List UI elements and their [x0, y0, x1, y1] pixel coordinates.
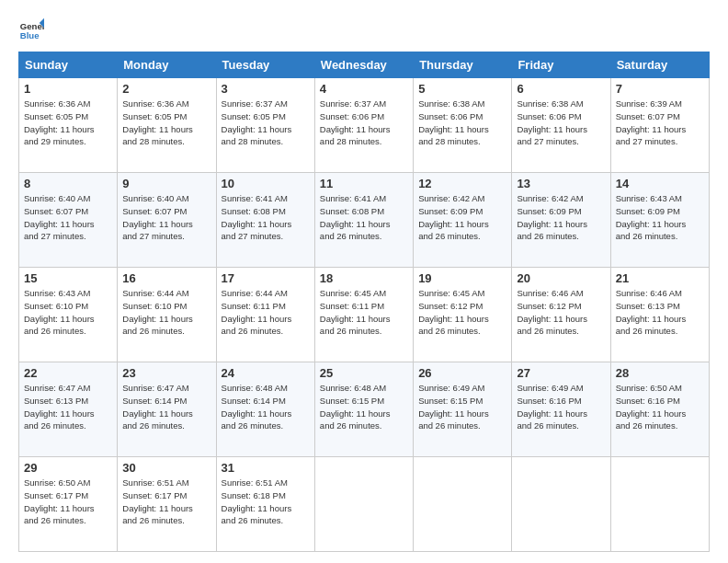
calendar-cell: [414, 457, 512, 552]
day-number: 3: [222, 82, 310, 96]
calendar-cell: 20Sunrise: 6:46 AM Sunset: 6:12 PM Dayli…: [512, 268, 610, 362]
day-info: Sunrise: 6:46 AM Sunset: 6:13 PM Dayligh…: [616, 287, 704, 338]
day-info: Sunrise: 6:38 AM Sunset: 6:06 PM Dayligh…: [418, 98, 506, 148]
day-number: 29: [24, 461, 112, 475]
day-number: 23: [122, 366, 210, 380]
day-info: Sunrise: 6:42 AM Sunset: 6:09 PM Dayligh…: [418, 192, 506, 243]
day-number: 19: [418, 271, 506, 285]
calendar-cell: 11Sunrise: 6:41 AM Sunset: 6:08 PM Dayli…: [314, 173, 413, 268]
calendar-cell: 9Sunrise: 6:40 AM Sunset: 6:07 PM Daylig…: [118, 173, 216, 268]
day-info: Sunrise: 6:44 AM Sunset: 6:11 PM Dayligh…: [222, 287, 310, 338]
calendar-cell: 25Sunrise: 6:48 AM Sunset: 6:15 PM Dayli…: [314, 362, 413, 457]
day-number: 12: [418, 177, 506, 190]
calendar-cell: 7Sunrise: 6:39 AM Sunset: 6:07 PM Daylig…: [610, 78, 709, 173]
day-number: 25: [320, 366, 408, 380]
calendar-cell: 26Sunrise: 6:49 AM Sunset: 6:15 PM Dayli…: [414, 362, 512, 457]
day-number: 28: [616, 366, 704, 380]
day-number: 13: [517, 177, 605, 190]
day-number: 11: [320, 177, 408, 190]
col-header-saturday: Saturday: [610, 52, 709, 78]
day-info: Sunrise: 6:43 AM Sunset: 6:09 PM Dayligh…: [616, 192, 704, 243]
calendar-cell: 3Sunrise: 6:37 AM Sunset: 6:05 PM Daylig…: [216, 78, 314, 173]
calendar-cell: 12Sunrise: 6:42 AM Sunset: 6:09 PM Dayli…: [414, 173, 512, 268]
day-number: 27: [517, 366, 605, 380]
day-info: Sunrise: 6:37 AM Sunset: 6:06 PM Dayligh…: [320, 98, 408, 148]
calendar-cell: [610, 457, 709, 552]
day-number: 4: [320, 82, 408, 96]
calendar-table: SundayMondayTuesdayWednesdayThursdayFrid…: [18, 52, 710, 552]
calendar-cell: 15Sunrise: 6:43 AM Sunset: 6:10 PM Dayli…: [19, 268, 118, 362]
day-number: 22: [24, 366, 112, 380]
calendar-cell: 31Sunrise: 6:51 AM Sunset: 6:18 PM Dayli…: [216, 457, 314, 552]
day-info: Sunrise: 6:40 AM Sunset: 6:07 PM Dayligh…: [122, 192, 210, 243]
day-number: 18: [320, 271, 408, 285]
day-info: Sunrise: 6:36 AM Sunset: 6:05 PM Dayligh…: [122, 98, 210, 148]
day-info: Sunrise: 6:42 AM Sunset: 6:09 PM Dayligh…: [517, 192, 605, 243]
day-number: 15: [24, 271, 112, 285]
calendar-cell: 22Sunrise: 6:47 AM Sunset: 6:13 PM Dayli…: [19, 362, 118, 457]
day-info: Sunrise: 6:51 AM Sunset: 6:17 PM Dayligh…: [122, 477, 210, 527]
calendar-cell: 30Sunrise: 6:51 AM Sunset: 6:17 PM Dayli…: [118, 457, 216, 552]
day-number: 20: [517, 271, 605, 285]
col-header-wednesday: Wednesday: [314, 52, 413, 78]
header: General Blue: [18, 17, 710, 42]
day-info: Sunrise: 6:38 AM Sunset: 6:06 PM Dayligh…: [517, 98, 605, 148]
day-number: 26: [418, 366, 506, 380]
day-info: Sunrise: 6:36 AM Sunset: 6:05 PM Dayligh…: [24, 98, 112, 148]
day-number: 10: [222, 177, 310, 190]
day-info: Sunrise: 6:37 AM Sunset: 6:05 PM Dayligh…: [222, 98, 310, 148]
day-info: Sunrise: 6:45 AM Sunset: 6:12 PM Dayligh…: [418, 287, 506, 338]
calendar-cell: 16Sunrise: 6:44 AM Sunset: 6:10 PM Dayli…: [118, 268, 216, 362]
calendar-cell: 21Sunrise: 6:46 AM Sunset: 6:13 PM Dayli…: [610, 268, 709, 362]
day-info: Sunrise: 6:39 AM Sunset: 6:07 PM Dayligh…: [616, 98, 704, 148]
calendar-cell: 17Sunrise: 6:44 AM Sunset: 6:11 PM Dayli…: [216, 268, 314, 362]
day-number: 30: [122, 461, 210, 475]
day-info: Sunrise: 6:51 AM Sunset: 6:18 PM Dayligh…: [222, 477, 310, 527]
calendar-cell: 18Sunrise: 6:45 AM Sunset: 6:11 PM Dayli…: [314, 268, 413, 362]
col-header-sunday: Sunday: [19, 52, 118, 78]
calendar-cell: 27Sunrise: 6:49 AM Sunset: 6:16 PM Dayli…: [512, 362, 610, 457]
day-info: Sunrise: 6:48 AM Sunset: 6:15 PM Dayligh…: [320, 382, 408, 432]
day-number: 31: [222, 461, 310, 475]
day-info: Sunrise: 6:49 AM Sunset: 6:15 PM Dayligh…: [418, 382, 506, 432]
calendar-cell: 23Sunrise: 6:47 AM Sunset: 6:14 PM Dayli…: [118, 362, 216, 457]
day-number: 9: [122, 177, 210, 190]
day-number: 17: [222, 271, 310, 285]
day-info: Sunrise: 6:45 AM Sunset: 6:11 PM Dayligh…: [320, 287, 408, 338]
day-number: 2: [122, 82, 210, 96]
calendar-cell: 5Sunrise: 6:38 AM Sunset: 6:06 PM Daylig…: [414, 78, 512, 173]
day-number: 24: [222, 366, 310, 380]
day-info: Sunrise: 6:49 AM Sunset: 6:16 PM Dayligh…: [517, 382, 605, 432]
day-number: 7: [616, 82, 704, 96]
calendar-cell: 2Sunrise: 6:36 AM Sunset: 6:05 PM Daylig…: [118, 78, 216, 173]
day-info: Sunrise: 6:40 AM Sunset: 6:07 PM Dayligh…: [24, 192, 112, 243]
day-number: 21: [616, 271, 704, 285]
col-header-thursday: Thursday: [414, 52, 512, 78]
calendar-cell: [314, 457, 413, 552]
day-info: Sunrise: 6:44 AM Sunset: 6:10 PM Dayligh…: [122, 287, 210, 338]
day-info: Sunrise: 6:46 AM Sunset: 6:12 PM Dayligh…: [517, 287, 605, 338]
logo: General Blue: [18, 17, 48, 42]
calendar-cell: 29Sunrise: 6:50 AM Sunset: 6:17 PM Dayli…: [19, 457, 118, 552]
day-info: Sunrise: 6:50 AM Sunset: 6:17 PM Dayligh…: [24, 477, 112, 527]
col-header-tuesday: Tuesday: [216, 52, 314, 78]
calendar-cell: 28Sunrise: 6:50 AM Sunset: 6:16 PM Dayli…: [610, 362, 709, 457]
calendar-cell: 14Sunrise: 6:43 AM Sunset: 6:09 PM Dayli…: [610, 173, 709, 268]
col-header-friday: Friday: [512, 52, 610, 78]
day-number: 16: [122, 271, 210, 285]
day-info: Sunrise: 6:50 AM Sunset: 6:16 PM Dayligh…: [616, 382, 704, 432]
calendar-cell: 6Sunrise: 6:38 AM Sunset: 6:06 PM Daylig…: [512, 78, 610, 173]
calendar-cell: [512, 457, 610, 552]
calendar-cell: 19Sunrise: 6:45 AM Sunset: 6:12 PM Dayli…: [414, 268, 512, 362]
svg-text:Blue: Blue: [20, 30, 40, 40]
day-info: Sunrise: 6:41 AM Sunset: 6:08 PM Dayligh…: [320, 192, 408, 243]
calendar-cell: 24Sunrise: 6:48 AM Sunset: 6:14 PM Dayli…: [216, 362, 314, 457]
calendar-cell: 4Sunrise: 6:37 AM Sunset: 6:06 PM Daylig…: [314, 78, 413, 173]
calendar-cell: 1Sunrise: 6:36 AM Sunset: 6:05 PM Daylig…: [19, 78, 118, 173]
day-number: 1: [24, 82, 112, 96]
day-number: 8: [24, 177, 112, 190]
calendar-cell: 8Sunrise: 6:40 AM Sunset: 6:07 PM Daylig…: [19, 173, 118, 268]
calendar-cell: 13Sunrise: 6:42 AM Sunset: 6:09 PM Dayli…: [512, 173, 610, 268]
day-number: 14: [616, 177, 704, 190]
day-number: 6: [517, 82, 605, 96]
